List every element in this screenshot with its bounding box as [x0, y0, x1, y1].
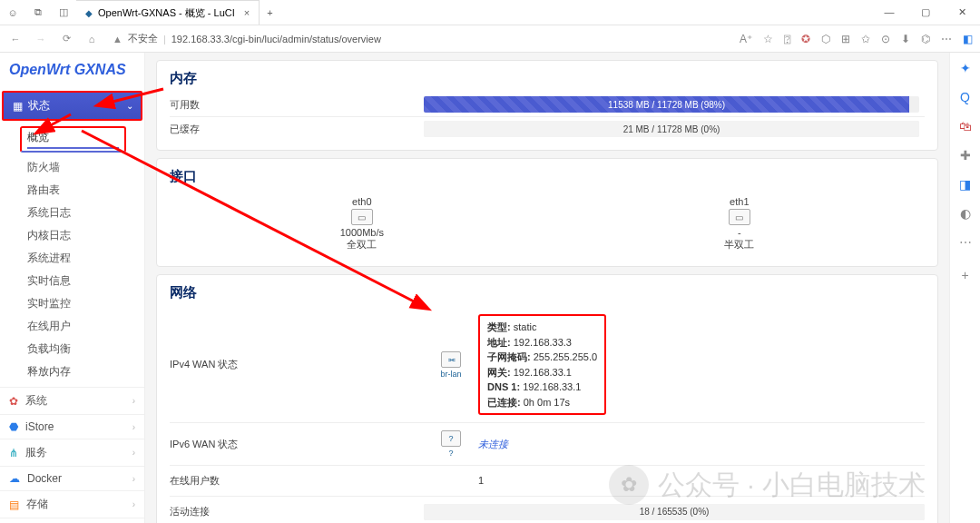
online-row: 在线用户数 1: [170, 465, 925, 496]
reward-icon[interactable]: ✪: [801, 33, 810, 45]
unknown-icon: ?: [441, 430, 461, 447]
chevron-right-icon: ›: [132, 396, 135, 406]
active-tab[interactable]: ◆ OpenWrt-GXNAS - 概览 - LuCI ×: [76, 0, 260, 25]
conn-row: 活动连接 18 / 165535 (0%): [170, 496, 925, 524]
outlook-icon[interactable]: ◨: [957, 176, 974, 192]
browser-smile-icon[interactable]: ☺: [0, 7, 25, 18]
sidebar: OpenWrt GXNAS ▦ 状态 ⌄ 概览 防火墙 路由表 系统日志 内核日…: [0, 53, 145, 523]
chevron-right-icon: ›: [132, 422, 135, 432]
shopping-icon[interactable]: 🛍: [957, 118, 974, 134]
add-icon[interactable]: +: [957, 267, 974, 283]
cube-icon: ⬣: [9, 420, 18, 433]
fav-icon[interactable]: ✩: [861, 33, 870, 45]
sidebar-sub-overview[interactable]: 概览: [20, 126, 126, 153]
memory-title: 内存: [170, 70, 925, 87]
grid-icon: ▦: [13, 100, 23, 113]
sidebar-item-storage[interactable]: ▤存储›: [0, 490, 144, 518]
sidebar-item-status[interactable]: ▦ 状态 ⌄: [2, 91, 142, 121]
mute-icon[interactable]: ◫: [51, 6, 76, 18]
network-panel: 网络 IPv4 WAN 状态 ⫘ br-lan 类型: static 地址: 1…: [156, 274, 938, 523]
chevron-down-icon: ⌄: [126, 101, 133, 111]
sidebar-sub-firewall[interactable]: 防火墙: [0, 156, 144, 179]
workspace-icon[interactable]: ⧉: [25, 6, 51, 18]
ext1-icon[interactable]: ⬡: [821, 33, 830, 45]
sidebar-sub-routes[interactable]: 路由表: [0, 179, 144, 202]
avail-label: 可用数: [170, 98, 424, 112]
security-text: 不安全: [128, 32, 158, 45]
cloud-icon: ☁: [9, 472, 20, 485]
url-box[interactable]: ▲ 不安全 | 192.168.33.3/cgi-bin/luci/admin/…: [113, 32, 381, 45]
sidebar-sub-processes[interactable]: 系统进程: [0, 247, 144, 270]
copilot-icon[interactable]: ◧: [963, 33, 973, 45]
minimize-icon[interactable]: —: [871, 6, 907, 18]
sidebar-sub-monitor[interactable]: 实时监控: [0, 292, 144, 315]
link-icon: ⋔: [9, 447, 18, 459]
sidebar-sub-online[interactable]: 在线用户: [0, 315, 144, 338]
sidebar-sub-load[interactable]: 负载均衡: [0, 338, 144, 360]
star-icon[interactable]: ☆: [763, 33, 773, 45]
home-icon[interactable]: ⌂: [83, 34, 100, 44]
brand: OpenWrt GXNAS: [0, 53, 144, 87]
history-icon[interactable]: ⊙: [881, 33, 890, 45]
security-warn-icon: ▲: [113, 34, 122, 44]
window-controls: — ▢ ✕: [871, 6, 980, 18]
sidebar-submenu: 概览 防火墙 路由表 系统日志 内核日志 系统进程 实时信息 实时监控 在线用户…: [0, 121, 144, 387]
port-icon: ▭: [729, 209, 750, 225]
refresh-icon[interactable]: ⟳: [58, 33, 74, 44]
sidebar-sub-kernellog[interactable]: 内核日志: [0, 224, 144, 247]
avail-bar: 11538 MB / 11728 MB (98%): [424, 96, 919, 113]
sidebar-sub-realtime[interactable]: 实时信息: [0, 270, 144, 292]
more-icon[interactable]: ⋯: [957, 234, 974, 251]
network-title: 网络: [170, 284, 925, 301]
new-tab-button[interactable]: +: [260, 7, 279, 18]
ext2-icon[interactable]: ⊞: [841, 33, 850, 45]
chat-icon[interactable]: ✦: [957, 60, 974, 76]
sidebar-item-docker[interactable]: ☁Docker›: [0, 466, 144, 490]
sidebar-sub-syslog[interactable]: 系统日志: [0, 202, 144, 224]
disk-icon: ▤: [9, 498, 19, 511]
bridge-icon: ⫘: [441, 351, 461, 368]
search-icon[interactable]: Q: [957, 89, 974, 105]
extensions-icon[interactable]: ⌬: [921, 33, 930, 45]
url-text: 192.168.33.3/cgi-bin/luci/admin/status/o…: [172, 34, 381, 44]
browser-tab-bar: ☺ ⧉ ◫ ◆ OpenWrt-GXNAS - 概览 - LuCI × + — …: [0, 0, 980, 25]
wallet-icon[interactable]: ⍰: [784, 33, 790, 45]
tab-title: OpenWrt-GXNAS - 概览 - LuCI: [98, 6, 235, 20]
wan4-row: IPv4 WAN 状态 ⫘ br-lan 类型: static 地址: 192.…: [170, 307, 925, 422]
address-bar: ← → ⟳ ⌂ ▲ 不安全 | 192.168.33.3/cgi-bin/luc…: [0, 25, 980, 53]
iface-eth1: eth1 ▭ - 半双工: [724, 196, 754, 252]
download-icon[interactable]: ⬇: [901, 33, 910, 45]
conn-bar: 18 / 165535 (0%): [424, 504, 925, 520]
sidebar-item-system[interactable]: ✿系统›: [0, 387, 144, 414]
cached-label: 已缓存: [170, 123, 424, 136]
wan6-row: IPv6 WAN 状态 ? ? 未连接: [170, 422, 925, 465]
chevron-right-icon: ›: [132, 448, 135, 458]
close-window-icon[interactable]: ✕: [944, 6, 980, 18]
edge-sidebar: ✦ Q 🛍 ✚ ◨ ◐ ⋯ +: [949, 53, 980, 523]
sidebar-item-istore[interactable]: ⬣iStore›: [0, 414, 144, 439]
port-icon: ▭: [351, 209, 373, 225]
chevron-right-icon: ›: [132, 499, 135, 509]
tools-icon[interactable]: ✚: [957, 147, 974, 163]
iface-eth0: eth0 ▭ 1000Mb/s 全双工: [340, 196, 384, 252]
back-icon[interactable]: ←: [7, 34, 24, 44]
sidebar-item-services[interactable]: ⋔服务›: [0, 439, 144, 466]
sidebar-sub-free[interactable]: 释放内存: [0, 360, 144, 383]
cached-bar: 21 MB / 11728 MB (0%): [424, 121, 919, 137]
interface-panel: 接口 eth0 ▭ 1000Mb/s 全双工 eth1 ▭ - 半双工: [156, 158, 938, 267]
menu-icon[interactable]: ⋯: [941, 33, 952, 45]
favicon-icon: ◆: [85, 8, 93, 18]
sidebar-item-control[interactable]: ▧管控›: [0, 518, 144, 523]
close-tab-icon[interactable]: ×: [244, 7, 250, 18]
app-root: OpenWrt GXNAS ▦ 状态 ⌄ 概览 防火墙 路由表 系统日志 内核日…: [0, 53, 949, 523]
chevron-right-icon: ›: [132, 474, 135, 484]
text-size-icon[interactable]: A⁺: [740, 33, 752, 45]
content: 内存 可用数 11538 MB / 11728 MB (98%) 已缓存 21 …: [145, 53, 949, 523]
memory-panel: 内存 可用数 11538 MB / 11728 MB (98%) 已缓存 21 …: [156, 60, 938, 151]
forward-icon[interactable]: →: [33, 34, 49, 44]
maximize-icon[interactable]: ▢: [907, 6, 944, 18]
interface-title: 接口: [170, 168, 925, 185]
gear-icon: ✿: [9, 395, 18, 408]
wan4-highlight-box: 类型: static 地址: 192.168.33.3 子网掩码: 255.25…: [478, 314, 606, 415]
game-icon[interactable]: ◐: [957, 205, 974, 222]
